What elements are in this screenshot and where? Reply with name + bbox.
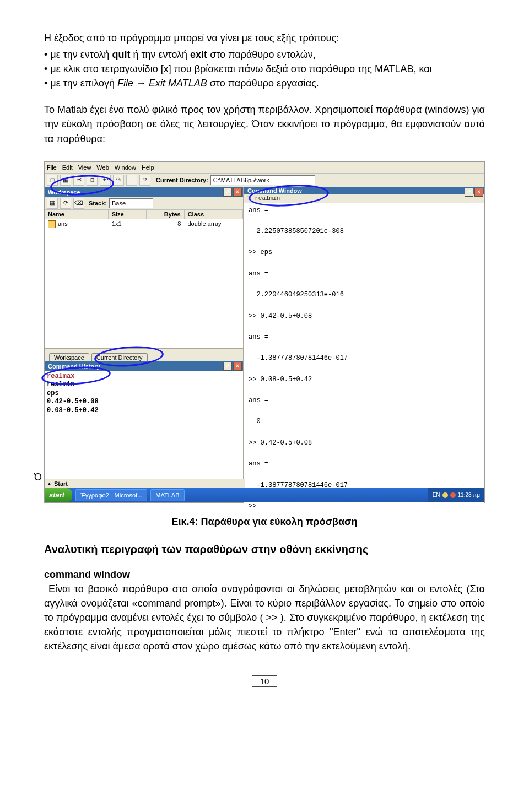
menubar: File Edit View Web Window Help <box>45 162 484 174</box>
matlab-start-bar[interactable]: ▲ Start <box>45 479 245 488</box>
workspace-table: Name Size Bytes Class ans 1x1 8 double a… <box>45 210 243 229</box>
stack-label: Stack: <box>89 200 107 207</box>
menu-help[interactable]: Help <box>142 164 154 171</box>
matlab-start-label: Start <box>54 480 68 487</box>
page-footer: 10 <box>44 675 485 687</box>
b1-exit: exit <box>190 49 207 60</box>
bullet-1: • με την εντολή quit ή την εντολή exit σ… <box>44 47 485 62</box>
cmdhist-title-text: Command History <box>48 363 100 370</box>
tray-lang: EN <box>433 492 440 498</box>
tb-help-icon[interactable]: ? <box>139 175 150 186</box>
cmdwin-firstline: > realmin <box>244 194 484 203</box>
cmdhist-title: Command History ↗ × <box>45 361 243 371</box>
tb-open-icon[interactable]: ▦ <box>60 175 71 186</box>
ws-var-class: double array <box>184 219 243 229</box>
b1-post: στο παράθυρο εντολών, <box>207 49 316 60</box>
taskbar-item-matlab[interactable]: MATLAB <box>150 489 184 501</box>
left-tabs: Workspace Current Directory <box>45 349 243 361</box>
ws-var-bytes: 8 <box>147 219 185 229</box>
stray-char: Ό <box>34 472 42 483</box>
cmdhist-body: realmax realmin eps 0.42-0.5+0.08 0.08-0… <box>45 371 243 480</box>
cmdwin-close-icon[interactable]: × <box>474 188 483 197</box>
tray-icon-1 <box>442 492 448 498</box>
menu-file[interactable]: File <box>47 164 57 171</box>
paragraph-2: Το Matlab έχει ένα πολύ φιλικό προς τον … <box>44 102 485 145</box>
intro-line: Η έξοδος από το πρόγραμμα μπορεί να γίνε… <box>44 31 485 45</box>
ws-col-name[interactable]: Name <box>45 210 109 219</box>
bullet-2: • με κλικ στο τετραγωνίδιο [x] που βρίσκ… <box>44 62 485 76</box>
tab-current-directory[interactable]: Current Directory <box>91 353 148 361</box>
taskbar-item-word[interactable]: Έγγραφο2 - Microsof... <box>75 489 147 501</box>
start-arrow-icon: ▲ <box>47 481 52 486</box>
tb-cut-icon[interactable]: ✂ <box>73 175 84 186</box>
ws-col-size[interactable]: Size <box>109 210 147 219</box>
ws-col-class[interactable]: Class <box>185 210 243 219</box>
cmdwin-title: Command Window ↗ × <box>244 187 484 194</box>
ws-tb3-icon[interactable]: ⌫ <box>73 198 84 209</box>
tab-workspace[interactable]: Workspace <box>49 353 89 361</box>
paragraph-3: Είναι το βασικό παράθυρο στο οποίο αναγρ… <box>44 582 485 653</box>
matlab-screenshot: File Edit View Web Window Help □ ▦ ✂ ⧉ ↶… <box>44 161 485 503</box>
subsection-heading: command window <box>44 569 485 581</box>
menu-view[interactable]: View <box>78 164 91 171</box>
figure-4: Ό File Edit View Web Window Help □ ▦ ✂ ⧉… <box>44 161 485 503</box>
toolbar: □ ▦ ✂ ⧉ ↶ ↷ ? Current Directory: C:\MATL… <box>45 174 484 187</box>
b3-pre: • με την επιλογή <box>44 78 117 89</box>
b3-post: στο παράθυρο εργασίας. <box>207 78 319 89</box>
b1-pre: • με την εντολή <box>44 49 112 60</box>
start-button-label: start <box>49 491 64 499</box>
tb-undo-icon[interactable]: ↶ <box>100 175 111 186</box>
ch-line-0[interactable]: realmax <box>47 372 241 381</box>
cmdhist-undock-icon[interactable]: ↗ <box>223 362 232 371</box>
bullet-3: • με την επιλογή File → Exit MATLAB στο … <box>44 76 485 90</box>
system-tray[interactable]: EN 11:28 πμ <box>428 488 484 502</box>
workspace-stackbar: ▦ ⟳ ⌫ Stack: Base <box>45 197 243 210</box>
workspace-undock-icon[interactable]: ↗ <box>223 188 232 197</box>
var-icon <box>48 220 56 228</box>
dir-label: Current Directory: <box>156 177 208 183</box>
ch-line-4[interactable]: 0.08-0.5+0.42 <box>47 407 241 415</box>
ws-var-size: 1x1 <box>109 219 147 229</box>
menu-edit[interactable]: Edit <box>62 164 73 171</box>
cmdwin-body[interactable]: ans = 2.225073858507201e-308 >> eps ans … <box>244 203 484 514</box>
page-number: 10 <box>252 675 277 687</box>
ws-col-bytes[interactable]: Bytes <box>147 210 185 219</box>
stack-select[interactable]: Base <box>109 198 153 208</box>
ch-line-2[interactable]: eps <box>47 389 241 398</box>
tb-redo-icon[interactable]: ↷ <box>113 175 124 186</box>
section-heading: Αναλυτική περιγραφή των παραθύρων στην ο… <box>44 543 485 556</box>
dir-input[interactable]: C:\MATLAB6p5\work <box>210 175 315 185</box>
b1-quit: quit <box>112 49 130 60</box>
tb-blank-icon[interactable] <box>126 175 137 186</box>
menu-web[interactable]: Web <box>96 164 109 171</box>
workspace-close-icon[interactable]: × <box>233 188 242 197</box>
tb-copy-icon[interactable]: ⧉ <box>87 175 98 186</box>
b1-mid: ή την εντολή <box>130 49 190 60</box>
windows-taskbar: start Έγγραφο2 - Microsof... MATLAB EN 1… <box>45 488 484 502</box>
ws-row-ans[interactable]: ans 1x1 8 double array <box>45 219 243 229</box>
tb-new-icon[interactable]: □ <box>47 175 58 186</box>
menu-window[interactable]: Window <box>115 164 136 171</box>
cmdwin-title-text: Command Window <box>247 187 302 194</box>
ch-line-3[interactable]: 0.42-0.5+0.08 <box>47 398 241 407</box>
figure-caption: Εικ.4: Παράθυρα για εύκολη πρόσβαση <box>44 516 485 528</box>
ch-line-1[interactable]: realmin <box>47 381 241 389</box>
ws-tb2-icon[interactable]: ⟳ <box>60 198 71 209</box>
b3-italic: File → Exit MATLAB <box>117 78 207 89</box>
cmdwin-undock-icon[interactable]: ↗ <box>465 188 473 197</box>
workspace-title-text: Workspace <box>48 189 80 196</box>
start-button[interactable]: start <box>45 488 72 502</box>
cmdhist-close-icon[interactable]: × <box>233 362 242 371</box>
ws-var-name: ans <box>58 220 68 227</box>
workspace-title: Workspace ↗ × <box>45 187 243 197</box>
tray-icon-2 <box>450 492 456 498</box>
ws-tb1-icon[interactable]: ▦ <box>47 198 58 209</box>
tray-clock: 11:28 πμ <box>458 492 480 498</box>
